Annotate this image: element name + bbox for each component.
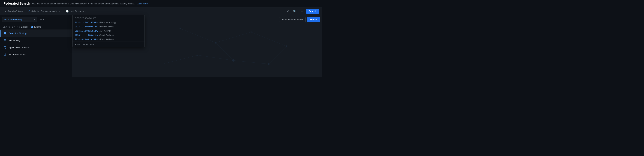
svg-point-19 [286,45,287,47]
action-bar: Save Search Criteria Search [279,17,320,22]
svg-line-11 [216,43,234,60]
shield-icon [3,32,7,35]
sidebar-item-detection-finding[interactable]: Detection Finding [0,30,72,37]
entities-radio[interactable]: Entities [18,26,28,28]
svg-rect-6 [4,48,6,49]
header: Federated Search Use this federated sear… [0,0,322,8]
search-by-row: SEARCH BY: Entities Events [0,24,72,30]
entities-radio-label: Entities [21,26,28,28]
recent-search-type-4: (Email Address) [100,38,114,41]
zoom-button[interactable]: 🔍 [292,9,298,14]
svg-point-7 [4,53,6,54]
recent-search-type-2: (API Activity) [100,30,112,32]
detection-finding-label: Detection Finding [9,32,26,35]
svg-point-21 [180,28,181,29]
category-selector-row: Detection Finding ▲ + ▼ [0,15,72,24]
recent-searches-title: RECENT SEARCHES [72,15,144,20]
sidebar-item-api-activity[interactable]: API Activity [0,37,72,44]
svg-point-20 [250,32,252,33]
category-dropdown[interactable]: Detection Finding ▲ [2,17,38,22]
main-area: Detection Finding ▲ + ▼ SEARCH BY: Entit… [0,15,322,77]
search-by-label: SEARCH BY: [3,26,15,28]
connectors-icon: ⬡ [28,10,30,13]
category-chevron-icon: ▲ [34,19,36,21]
star-button[interactable]: ✦ [300,9,304,14]
toolbar-right: ✕ 🔍 ✦ Search [285,9,319,14]
sidebar-item-application-lifecycle[interactable]: Application Lifecycle [0,44,72,51]
time-chevron-icon: ▼ [85,10,87,12]
entities-radio-circle [18,26,20,28]
recent-search-time-3: 2024-11-11 10:04:41 AM [75,34,98,36]
recent-search-time-2: 2024-11-13 02:21:51 PM [75,30,98,32]
svg-point-18 [268,63,270,65]
svg-point-22 [197,55,198,56]
plus-icon: + [40,18,42,21]
search-criteria-item[interactable]: ▼ Search Criteria [3,9,24,13]
svg-point-17 [232,59,234,61]
saved-searches-title: SAVED SEARCHES [72,42,144,47]
recent-search-type-3: (Email Address) [99,34,114,36]
api-activity-label: API Activity [9,39,20,42]
left-panel: Detection Finding ▲ + ▼ SEARCH BY: Entit… [0,15,72,77]
svg-rect-2 [4,40,5,41]
svg-line-8 [180,29,216,43]
recent-search-time-0: 2024-11-15 07:15:59 PM [75,21,98,24]
svg-line-9 [216,32,251,43]
svg-rect-1 [5,39,6,40]
svg-rect-4 [4,46,5,47]
clear-icon: ✕ [286,10,289,13]
right-panel: RECENT SEARCHES 2024-11-15 07:15:59 PM (… [72,15,322,77]
header-subtitle: Use this federated search based on the Q… [32,3,134,5]
recent-search-time-1: 2024-11-13 05:00:57 PM [75,26,98,28]
clear-button[interactable]: ✕ [285,9,290,14]
svg-rect-0 [4,39,5,40]
api-icon [3,39,7,42]
sidebar-item-authentication[interactable]: 83 Authentication [0,51,72,58]
add-chevron-icon: ▼ [43,19,45,21]
recent-search-item-3[interactable]: 2024-11-11 10:04:41 AM (Email Address) [72,33,144,37]
main-search-button[interactable]: Search [307,17,320,22]
category-dropdown-label: Detection Finding [4,18,22,21]
search-criteria-label: Search Criteria [8,10,23,13]
auth-icon [3,53,7,56]
save-search-button[interactable]: Save Search Criteria [279,17,306,22]
chevron-down-icon: ▼ [4,10,6,13]
svg-line-13 [269,46,287,64]
recent-search-item-2[interactable]: 2024-11-13 02:21:51 PM (API Activity) [72,29,144,33]
svg-line-15 [198,55,234,60]
recent-search-time-4: 2024-10-29 03:19:15 PM [75,38,98,41]
recent-search-item-4[interactable]: 2024-10-29 03:19:15 PM (Email Address) [72,37,144,42]
clock-icon: 🕐 [66,10,69,13]
time-range-label: Last 24 Hours [70,10,84,13]
zoom-icon: 🔍 [293,10,296,13]
background-map [145,15,322,77]
svg-rect-5 [5,46,6,47]
category-list: Detection Finding API Activity [0,30,72,77]
recent-search-type-0: (Network Activity) [100,21,116,24]
authentication-label: 83 Authentication [9,53,26,56]
svg-rect-3 [5,40,6,41]
page-title: Federated Search [4,2,30,6]
toolbar-search-button[interactable]: Search [306,9,319,14]
events-radio[interactable]: Events [31,26,41,28]
recent-searches-dropdown: RECENT SEARCHES 2024-11-15 07:15:59 PM (… [72,15,145,47]
time-range-item[interactable]: 🕐 Last 24 Hours ▼ [64,9,88,13]
app-icon [3,46,7,49]
svg-line-10 [251,32,286,46]
connectors-chevron-icon: ▼ [58,10,60,12]
add-category-button[interactable]: + ▼ [39,17,46,22]
selected-connectors-label: Selected Connectors (49) [32,10,57,13]
svg-point-16 [215,42,216,43]
recent-search-item-1[interactable]: 2024-11-13 05:00:57 PM (HTTP Activity) [72,25,144,29]
toolbar: ▼ Search Criteria ⬡ Selected Connectors … [0,8,322,15]
selected-connectors-item[interactable]: ⬡ Selected Connectors (49) ▼ [27,9,62,13]
recent-search-item-0[interactable]: 2024-11-15 07:15:59 PM (Network Activity… [72,20,144,25]
svg-line-12 [234,60,269,64]
recent-search-type-1: (HTTP Activity) [100,26,114,28]
application-lifecycle-label: Application Lifecycle [9,46,30,49]
svg-line-14 [162,55,198,64]
events-radio-label: Events [34,26,41,28]
learn-more-link[interactable]: Learn More [137,3,148,5]
star-icon: ✦ [301,10,303,13]
events-radio-circle [31,26,33,28]
